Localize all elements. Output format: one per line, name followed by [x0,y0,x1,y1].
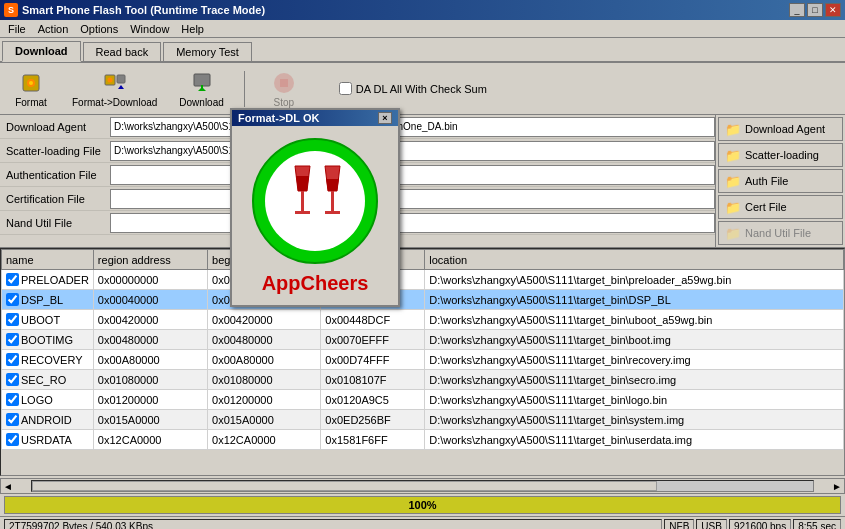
row-begin-5: 0x01080000 [208,370,321,390]
row-end-7: 0x0ED256BF [321,410,425,430]
table-row[interactable]: LOGO 0x01200000 0x01200000 0x0120A9C5 D:… [2,390,844,410]
nand-util-input[interactable] [110,213,715,233]
nand-util-btn-label: Nand Util File [745,227,811,239]
menu-bar: File Action Options Window Help [0,20,845,38]
tab-memorytest[interactable]: Memory Test [163,42,252,61]
row-begin-6: 0x01200000 [208,390,321,410]
scroll-thumb[interactable] [32,481,657,491]
progress-label: 100% [408,499,436,511]
row-begin-7: 0x015A0000 [208,410,321,430]
table-row[interactable]: UBOOT 0x00420000 0x00420000 0x00448DCF D… [2,310,844,330]
table-row[interactable]: USRDATA 0x12CA0000 0x12CA0000 0x1581F6FF… [2,430,844,450]
toolbar-separator [244,71,245,107]
bytes-status: 2T7599702 Bytes / 540.03 KBps [4,519,662,530]
authentication-input[interactable] [110,165,715,185]
format-button[interactable]: Format [6,67,56,110]
table-row[interactable]: RECOVERY 0x00A80000 0x00A80000 0x00D74FF… [2,350,844,370]
scroll-track[interactable] [31,480,814,492]
row-region-2: 0x00420000 [93,310,207,330]
scatter-loading-input[interactable] [110,141,715,161]
menu-help[interactable]: Help [175,22,210,36]
format-label: Format [15,97,47,108]
stop-label: Stop [274,97,295,108]
svg-rect-17 [295,211,310,214]
row-end-5: 0x0108107F [321,370,425,390]
horizontal-scrollbar[interactable]: ◄ ► [0,478,845,494]
row-check-8[interactable]: USRDATA [2,430,94,450]
dialog-title-bar: Format->DL OK × [232,110,398,126]
format-download-button[interactable]: → Format->Download [66,67,163,110]
download-agent-input[interactable] [110,117,715,137]
auth-file-btn-label: Auth File [745,175,788,187]
format-download-icon: → [101,69,129,97]
tab-readback[interactable]: Read back [83,42,162,61]
dialog-title-text: Format->DL OK [238,112,319,124]
close-button[interactable]: ✕ [825,3,841,17]
scroll-left-btn[interactable]: ◄ [1,481,15,492]
scatter-loading-btn-label: Scatter-loading [745,149,819,161]
col-region: region address [93,250,207,270]
row-check-0[interactable]: PRELOADER [2,270,94,290]
table-row[interactable]: BOOTIMG 0x00480000 0x00480000 0x0070EFFF… [2,330,844,350]
scatter-loading-btn[interactable]: 📁 Scatter-loading [718,143,843,167]
da-checkbox-container: DA DL All With Check Sum [339,82,487,95]
table-row[interactable]: SEC_RO 0x01080000 0x01080000 0x0108107F … [2,370,844,390]
stop-button[interactable]: Stop [259,67,309,110]
menu-file[interactable]: File [2,22,32,36]
row-check-2[interactable]: UBOOT [2,310,94,330]
row-location-2: D:\works\zhangxy\A500\S111\target_bin\ub… [425,310,844,330]
row-location-5: D:\works\zhangxy\A500\S111\target_bin\se… [425,370,844,390]
certification-label: Certification File [0,193,110,205]
folder-icon-1: 📁 [725,148,741,163]
maximize-button[interactable]: □ [807,3,823,17]
nand-util-btn[interactable]: 📁 Nand Util File [718,221,843,245]
row-region-4: 0x00A80000 [93,350,207,370]
table-container: name region address begin_address end_ad… [0,248,845,478]
table-row[interactable]: DSP_BL 0x00040000 0x00040000 0x0004B01F … [2,290,844,310]
da-checkbox[interactable] [339,82,352,95]
window-title: Smart Phone Flash Tool (Runtime Trace Mo… [22,4,265,16]
menu-action[interactable]: Action [32,22,75,36]
progress-bar-fill: 100% [5,497,840,513]
tab-download[interactable]: Download [2,41,81,62]
svg-marker-22 [326,179,339,191]
row-check-1[interactable]: DSP_BL [2,290,94,310]
title-bar: S Smart Phone Flash Tool (Runtime Trace … [0,0,845,20]
table-row[interactable]: ANDROID 0x015A0000 0x015A0000 0x0ED256BF… [2,410,844,430]
flash-table: name region address begin_address end_ad… [1,249,844,450]
row-check-4[interactable]: RECOVERY [2,350,94,370]
wine-logo-svg [250,136,380,266]
authentication-label: Authentication File [0,169,110,181]
row-check-6[interactable]: LOGO [2,390,94,410]
menu-options[interactable]: Options [74,22,124,36]
row-check-3[interactable]: BOOTIMG [2,330,94,350]
minimize-button[interactable]: _ [789,3,805,17]
row-region-3: 0x00480000 [93,330,207,350]
folder-icon-4: 📁 [725,226,741,241]
table-row[interactable]: PRELOADER 0x00000000 0x0 0x D:\works\zha… [2,270,844,290]
usb-status: USB [696,519,727,530]
row-location-6: D:\works\zhangxy\A500\S111\target_bin\lo… [425,390,844,410]
row-begin-8: 0x12CA0000 [208,430,321,450]
dialog-close-button[interactable]: × [378,112,392,124]
progress-area: 100% [0,494,845,516]
download-button[interactable]: Download [173,67,229,110]
certification-input[interactable] [110,189,715,209]
cert-file-btn[interactable]: 📁 Cert File [718,195,843,219]
menu-window[interactable]: Window [124,22,175,36]
download-agent-btn[interactable]: 📁 Download Agent [718,117,843,141]
row-location-3: D:\works\zhangxy\A500\S111\target_bin\bo… [425,330,844,350]
row-end-6: 0x0120A9C5 [321,390,425,410]
row-check-7[interactable]: ANDROID [2,410,94,430]
format-icon [17,69,45,97]
row-region-5: 0x01080000 [93,370,207,390]
auth-file-btn[interactable]: 📁 Auth File [718,169,843,193]
scroll-right-btn[interactable]: ► [830,481,844,492]
folder-icon-0: 📁 [725,122,741,137]
row-location-7: D:\works\zhangxy\A500\S111\target_bin\sy… [425,410,844,430]
table-scroll[interactable]: name region address begin_address end_ad… [0,248,845,476]
row-location-1: D:\works\zhangxy\A500\S111\target_bin\DS… [425,290,844,310]
cert-file-btn-label: Cert File [745,201,787,213]
row-check-5[interactable]: SEC_RO [2,370,94,390]
download-agent-btn-label: Download Agent [745,123,825,135]
